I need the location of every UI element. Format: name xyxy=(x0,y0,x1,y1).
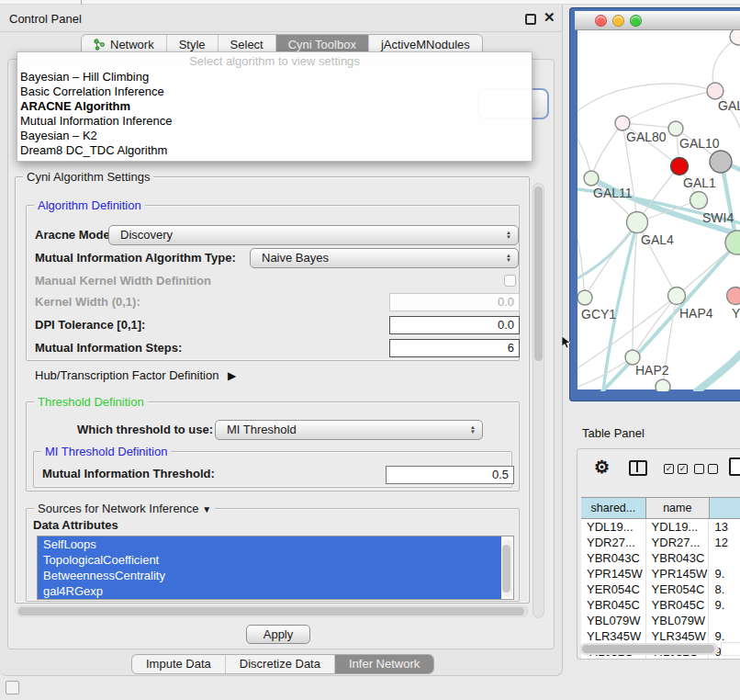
network-edge[interactable] xyxy=(591,123,622,178)
node-gray[interactable] xyxy=(710,151,732,173)
tab-infer-network[interactable]: Infer Network xyxy=(334,655,433,673)
table-cell: 12 xyxy=(709,535,740,550)
table-row[interactable]: YER054CYER054C8. xyxy=(581,581,740,597)
table-cell: YDR27... xyxy=(646,535,710,550)
table-cell: YDR27... xyxy=(581,535,646,550)
table-cell: YDL19... xyxy=(581,519,646,535)
close-traffic-light-icon[interactable] xyxy=(595,15,607,27)
node-label: HAP4 xyxy=(679,306,713,321)
node-gal-pink[interactable] xyxy=(707,83,723,99)
table-hscrollbar-thumb[interactable] xyxy=(582,645,714,653)
node-gal1[interactable] xyxy=(690,192,708,209)
cyni-settings-title: Cyni Algorithm Settings xyxy=(23,170,153,184)
select-all-checkboxes-icon[interactable]: ✓✓ xyxy=(664,464,688,474)
new-table-icon[interactable] xyxy=(729,457,740,476)
manual-kernel-checkbox[interactable] xyxy=(504,275,516,287)
column-header-shared-name[interactable]: shared... xyxy=(581,498,646,518)
table-hscrollbar[interactable] xyxy=(579,643,719,655)
kernel-width-field[interactable]: 0.0 xyxy=(389,293,520,311)
node-salmon[interactable] xyxy=(727,288,740,305)
node-label: GAL1 xyxy=(683,175,716,190)
node-hap4[interactable] xyxy=(668,288,686,305)
attributes-scrollbar-thumb[interactable] xyxy=(502,545,510,593)
attributes-scrollbar[interactable] xyxy=(502,539,512,597)
table-panel-title: Table Panel xyxy=(582,426,645,440)
attribute-item[interactable]: SelfLoops xyxy=(38,536,501,552)
tab-impute-data[interactable]: Impute Data xyxy=(132,655,225,673)
node-top-partial[interactable] xyxy=(730,30,740,45)
minimized-panel-icon[interactable] xyxy=(6,681,19,694)
attribute-item[interactable]: gal4RGexp xyxy=(38,583,501,599)
network-edge[interactable] xyxy=(577,84,715,111)
table-row[interactable]: YDL19...YDL19...13 xyxy=(581,519,740,535)
node-bottom-partial[interactable] xyxy=(656,379,670,391)
table-row[interactable]: YBR045CYBR045C9. xyxy=(581,597,740,613)
attribute-item[interactable]: BetweennessCentrality xyxy=(38,568,501,583)
tab-discretize-data[interactable]: Discretize Data xyxy=(225,655,334,673)
node-gal11[interactable] xyxy=(584,171,599,186)
mi-threshold-field[interactable]: 0.5 xyxy=(386,466,514,484)
data-attributes-list[interactable]: SelfLoopsTopologicalCoefficientBetweenne… xyxy=(37,536,514,600)
table-cell: 13 xyxy=(709,519,740,535)
node-label: GAL10 xyxy=(679,136,720,151)
column-header-name[interactable]: name xyxy=(646,498,710,518)
float-panel-icon[interactable] xyxy=(525,14,536,25)
node-gal10[interactable] xyxy=(668,121,683,136)
minimize-traffic-light-icon[interactable] xyxy=(612,15,624,27)
table-body: YDL19...YDL19...13YDR27...YDR27...12YBR0… xyxy=(581,519,740,660)
network-edge[interactable] xyxy=(577,222,637,278)
network-edge[interactable] xyxy=(577,240,585,298)
network-edge[interactable] xyxy=(697,354,740,391)
table-cell: YBR043C xyxy=(646,550,710,566)
settings-vscrollbar-thumb[interactable] xyxy=(534,186,543,361)
aracne-mode-value: Discovery xyxy=(120,228,173,242)
node-gcy1[interactable] xyxy=(577,290,592,305)
sources-title-text: Sources for Network Inference xyxy=(38,502,199,515)
node-label: GAL80 xyxy=(626,130,667,144)
table-cell: 9. xyxy=(709,566,740,581)
algorithm-option[interactable]: ARACNE Algorithm xyxy=(17,99,532,114)
network-window-titlebar[interactable] xyxy=(575,11,740,30)
gear-icon[interactable]: ⚙ xyxy=(594,457,610,478)
settings-vscrollbar[interactable] xyxy=(533,183,544,618)
column-header-partial[interactable] xyxy=(710,498,740,518)
algorithm-option[interactable]: Basic Correlation Inference xyxy=(17,85,532,99)
network-canvas[interactable]: GALGAL80GAL10GAL1GAL11SWI4GAL4GCY1HAP4YH… xyxy=(577,30,740,390)
attribute-item[interactable]: TopologicalCoefficient xyxy=(38,552,501,568)
algorithm-option[interactable]: Dream8 DC_TDC Algorithm xyxy=(17,143,532,158)
settings-hscrollbar[interactable] xyxy=(16,605,529,617)
table-row[interactable]: YBR043CYBR043C xyxy=(581,550,740,566)
node-gal80[interactable] xyxy=(615,116,630,130)
node-gal4[interactable] xyxy=(627,212,648,233)
zoom-traffic-light-icon[interactable] xyxy=(630,15,642,27)
mi-type-combobox[interactable]: Naive Bayes ▲▼ xyxy=(250,248,519,268)
network-view-window[interactable]: GALGAL80GAL10GAL1GAL11SWI4GAL4GCY1HAP4YH… xyxy=(569,7,740,401)
table-cell: YBL079W xyxy=(646,613,710,628)
network-edge[interactable] xyxy=(622,91,715,123)
network-edge[interactable] xyxy=(633,296,677,357)
table-row[interactable]: YDR27...YDR27...12 xyxy=(581,535,740,550)
deselect-all-checkboxes-icon[interactable] xyxy=(694,464,718,474)
algorithm-option[interactable]: Bayesian – Hill Climbing xyxy=(17,70,532,85)
expander-arrow-down-icon[interactable]: ▼ xyxy=(202,504,211,514)
algorithm-option[interactable]: Mutual Information Inference xyxy=(17,114,532,129)
table-cell xyxy=(709,613,740,628)
network-edge[interactable] xyxy=(602,243,737,391)
node-red-selected[interactable] xyxy=(671,158,689,175)
hub-expander[interactable]: Hub/Transcription Factor Definition ▶ xyxy=(35,368,236,382)
network-edge[interactable] xyxy=(622,123,676,129)
settings-hscrollbar-thumb[interactable] xyxy=(18,607,524,615)
table-row[interactable]: YPR145WYPR145W9. xyxy=(581,566,740,581)
mi-steps-label: Mutual Information Steps: xyxy=(35,338,182,358)
table-row[interactable]: YLR345WYLR345W9. xyxy=(581,628,740,644)
apply-button[interactable]: Apply xyxy=(246,625,310,644)
table-cell: YER054C xyxy=(646,581,710,597)
close-panel-icon[interactable]: ✕ xyxy=(544,9,555,26)
table-row[interactable]: YBL079WYBL079W xyxy=(581,613,740,628)
mi-steps-field[interactable]: 6 xyxy=(389,339,520,357)
algorithm-option[interactable]: Bayesian – K2 xyxy=(17,129,532,143)
dpi-tolerance-field[interactable]: 0.0 xyxy=(389,316,520,334)
columns-view-icon[interactable] xyxy=(629,460,647,476)
aracne-mode-combobox[interactable]: Discovery ▲▼ xyxy=(108,225,519,245)
which-threshold-combobox[interactable]: MI Threshold ▲▼ xyxy=(215,420,483,440)
